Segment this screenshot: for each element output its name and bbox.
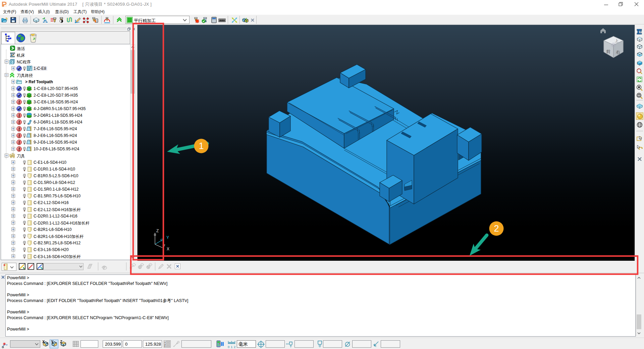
svg-text:右: 右 bbox=[616, 50, 620, 55]
svg-text:Y: Y bbox=[166, 235, 169, 240]
svg-text:上: 上 bbox=[615, 39, 619, 43]
svg-text:前: 前 bbox=[606, 49, 610, 54]
svg-text:Z: Z bbox=[60, 340, 62, 344]
svg-text:Z: Z bbox=[156, 229, 159, 233]
svg-text:1: 1 bbox=[231, 345, 232, 349]
svg-text:2: 2 bbox=[234, 345, 235, 349]
svg-text:0: 0 bbox=[228, 345, 229, 349]
svg-text:z: z bbox=[164, 345, 166, 347]
svg-text:Y: Y bbox=[51, 340, 54, 344]
svg-text:X: X bbox=[167, 247, 169, 251]
svg-text:X: X bbox=[42, 340, 45, 344]
